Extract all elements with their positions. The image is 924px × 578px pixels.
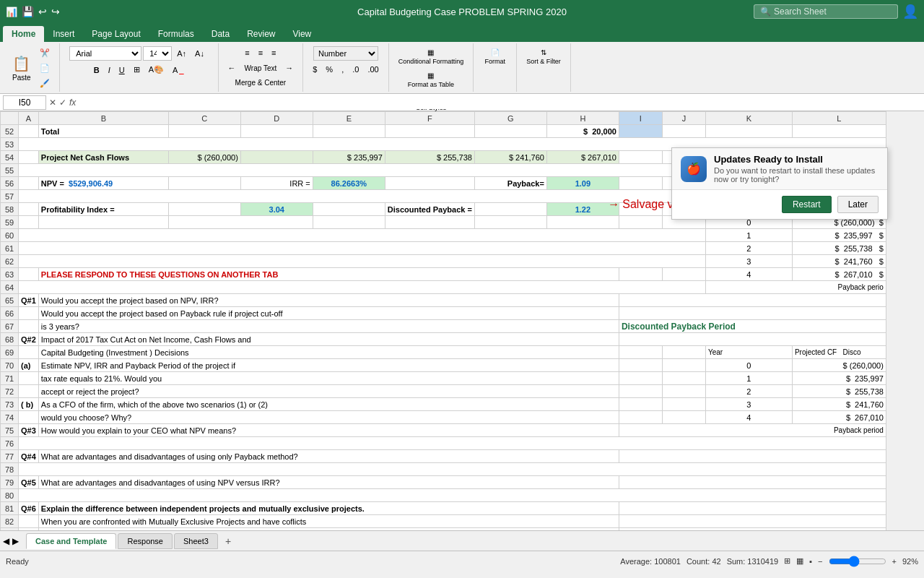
cell-i71[interactable] <box>619 372 662 385</box>
cell-a74[interactable] <box>19 411 39 424</box>
cell-kl64[interactable]: Payback perio <box>705 281 886 294</box>
cell-a72[interactable] <box>19 385 39 398</box>
cell-a54[interactable] <box>19 151 39 164</box>
cell-l60[interactable]: $ 235,997 $ <box>792 229 886 242</box>
increase-decimal-button[interactable]: .00 <box>364 63 382 76</box>
cell-k63[interactable]: 4 <box>705 268 792 281</box>
comma-button[interactable]: , <box>338 63 347 76</box>
cell-b75[interactable]: How would you explain to your CEO what N… <box>38 424 619 437</box>
row-header-78[interactable]: 78 <box>1 463 19 476</box>
bold-button[interactable]: B <box>90 64 103 77</box>
cell-a82[interactable] <box>19 515 39 528</box>
cell-j74[interactable] <box>662 411 705 424</box>
cell-b68[interactable]: Impact of 2017 Tax Cut Act on Net Income… <box>38 333 619 346</box>
cell-a66[interactable] <box>19 307 39 320</box>
cell-68-right[interactable] <box>619 333 886 346</box>
cell-e59[interactable] <box>313 216 385 229</box>
row-header-60[interactable]: 60 <box>1 229 19 242</box>
cell-k70[interactable]: 0 <box>705 359 792 372</box>
formula-confirm-icon[interactable]: ✓ <box>59 98 66 108</box>
formula-cancel-icon[interactable]: ✕ <box>49 98 56 108</box>
cell-h59[interactable] <box>546 216 619 229</box>
view-page-break-icon[interactable]: ▪ <box>809 557 812 566</box>
row-header-58[interactable]: 58 <box>1 203 19 216</box>
cell-b79[interactable]: What are advantages and disadvantages of… <box>38 476 619 489</box>
quick-access-save[interactable]: 💾 <box>22 6 34 17</box>
cell-b81[interactable]: Explain the difference between independe… <box>38 502 619 515</box>
row-header-56[interactable]: 56 <box>1 177 19 190</box>
cell-i59[interactable] <box>619 216 662 229</box>
cell-e54[interactable]: $ 235,997 <box>313 151 385 164</box>
paste-button[interactable]: 📋 Paste <box>9 53 35 84</box>
row-header-55[interactable]: 55 <box>1 164 19 177</box>
cell-b58[interactable]: Profitability Index = <box>38 203 168 216</box>
row-header-75[interactable]: 75 <box>1 424 19 437</box>
cell-a63[interactable] <box>19 268 39 281</box>
cell-a68[interactable]: Q#2 <box>19 333 39 346</box>
cell-l63[interactable]: $ 267,010 $ <box>792 268 886 281</box>
cell-b77[interactable]: What are advantages and disadvantages of… <box>38 450 619 463</box>
cell-f56[interactable] <box>385 177 474 190</box>
cell-k52[interactable] <box>705 125 792 138</box>
indent-increase-button[interactable]: → <box>282 61 297 74</box>
cell-k62[interactable]: 3 <box>705 255 792 268</box>
zoom-slider[interactable] <box>829 556 886 567</box>
percent-button[interactable]: % <box>322 63 336 76</box>
cell-64[interactable] <box>19 281 706 294</box>
quick-access-redo[interactable]: ↪ <box>51 6 60 17</box>
row-header-63[interactable]: 63 <box>1 268 19 281</box>
cell-h54[interactable]: $ 267,010 <box>546 151 619 164</box>
formula-fn-icon[interactable]: fx <box>69 98 76 108</box>
cell-j71[interactable] <box>662 372 705 385</box>
row-header-68[interactable]: 68 <box>1 333 19 346</box>
cell-a75[interactable]: Q#3 <box>19 424 39 437</box>
cell-a79[interactable]: Q#5 <box>19 476 39 489</box>
cell-b74[interactable]: would you choose? Why? <box>38 411 619 424</box>
cell-j69[interactable] <box>662 346 705 359</box>
restart-button[interactable]: Restart <box>782 196 832 213</box>
cell-b70[interactable]: Estimate NPV, IRR and Payback Period of … <box>38 359 619 372</box>
row-header-62[interactable]: 62 <box>1 255 19 268</box>
cell-b59[interactable] <box>38 216 168 229</box>
row-header-65[interactable]: 65 <box>1 294 19 307</box>
cell-a65[interactable]: Q#1 <box>19 294 39 307</box>
row-header-73[interactable]: 73 <box>1 398 19 411</box>
cell-g52[interactable] <box>474 125 546 138</box>
cell-i52[interactable] <box>619 125 662 138</box>
cell-i72[interactable] <box>619 385 662 398</box>
cell-i74[interactable] <box>619 411 662 424</box>
search-sheet-box[interactable]: 🔍 Search Sheet <box>754 4 898 19</box>
row-header-69[interactable]: 69 <box>1 346 19 359</box>
tab-data[interactable]: Data <box>203 26 238 42</box>
cell-j52[interactable] <box>662 125 705 138</box>
cell-cd59[interactable] <box>168 216 313 229</box>
view-layout-icon[interactable]: ▦ <box>796 556 803 566</box>
col-header-j[interactable]: J <box>662 112 705 125</box>
cell-a52[interactable] <box>19 125 39 138</box>
add-sheet-button[interactable]: + <box>219 533 237 549</box>
cell-b63[interactable]: PLEASE RESPOND TO THESE QUESTIONS ON ANO… <box>38 268 619 281</box>
sort-filter-button[interactable]: ⇅ Sort & Filter <box>523 46 565 67</box>
cell-a71[interactable] <box>19 372 39 385</box>
row-header-61[interactable]: 61 <box>1 242 19 255</box>
sheet-tab-case[interactable]: Case and Template <box>26 533 116 549</box>
tab-view[interactable]: View <box>284 26 320 42</box>
cell-82-right[interactable] <box>619 515 886 528</box>
cell-b83[interactable]: with NPV and IRR results, which criterio… <box>38 528 619 531</box>
cell-b52[interactable]: Total <box>38 125 168 138</box>
cell-d52[interactable] <box>240 125 313 138</box>
increase-font-button[interactable]: A↑ <box>173 47 190 60</box>
cell-b67[interactable]: is 3 years? <box>38 320 619 333</box>
cell-i70[interactable] <box>619 359 662 372</box>
cell-f58[interactable]: Discounted Payback = <box>385 203 474 216</box>
sheet-tab-sheet3[interactable]: Sheet3 <box>174 533 218 549</box>
cell-d54[interactable] <box>240 151 313 164</box>
cell-j70[interactable] <box>662 359 705 372</box>
cell-k71[interactable]: 1 <box>705 372 792 385</box>
number-format-selector[interactable]: Number <box>313 46 378 61</box>
cell-l52[interactable] <box>792 125 886 138</box>
merge-center-button[interactable]: Merge & Center <box>232 77 290 89</box>
row-header-72[interactable]: 72 <box>1 385 19 398</box>
formula-input[interactable] <box>79 96 921 109</box>
row-header-82[interactable]: 82 <box>1 515 19 528</box>
